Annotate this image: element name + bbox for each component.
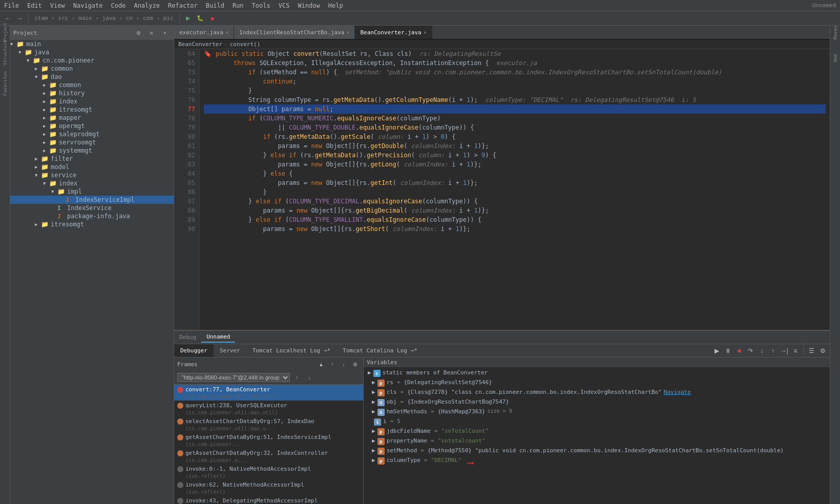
tree-item-itresomgt[interactable]: ▶📁itresomgt: [10, 106, 174, 114]
var-expand-3[interactable]: ▶: [372, 398, 375, 405]
menu-refactor[interactable]: Refactor: [164, 1, 202, 10]
breadcrumb-class[interactable]: BeanConverter: [178, 41, 222, 48]
debug-step-into[interactable]: ↓: [757, 346, 767, 356]
frame-item-2[interactable]: selectAssetChartDataByOrg:57, IndexDao (…: [174, 416, 363, 432]
debug-step-out[interactable]: ↑: [768, 346, 778, 356]
frame-item-3[interactable]: getAssetChartDataByOrg:51, IndexServiceI…: [174, 432, 363, 448]
tree-item-itresomgt[interactable]: ▶📁itresomgt: [10, 220, 174, 228]
frame-item-4[interactable]: getAssetChartDataByOrg:32, IndexControll…: [174, 448, 363, 464]
project-collapse[interactable]: ≡: [146, 27, 157, 38]
tree-item-dao[interactable]: ▼📁dao: [10, 73, 174, 81]
forward-button[interactable]: →: [14, 13, 26, 24]
tree-item-common[interactable]: ▶📁common: [10, 65, 174, 73]
debug-resume[interactable]: ▶: [711, 346, 722, 356]
tree-item-java[interactable]: ▼📁java: [10, 48, 174, 56]
tree-item-common[interactable]: ▶📁common: [10, 81, 174, 89]
var-expand-0[interactable]: ▶: [368, 369, 371, 376]
var-expand-1[interactable]: ▶: [372, 379, 375, 386]
menu-run[interactable]: Run: [228, 1, 248, 10]
menu-build[interactable]: Build: [202, 1, 228, 10]
debug-run-to-cursor[interactable]: →|: [779, 346, 789, 356]
tree-item-indexservice[interactable]: IIndexService: [10, 204, 174, 212]
menu-tools[interactable]: Tools: [248, 1, 275, 10]
menu-help[interactable]: Help: [324, 1, 347, 10]
maven-icon[interactable]: Maven: [831, 28, 840, 37]
frame-item-0[interactable]: convert:77, BeanConverter (cn.com.pionee…: [174, 385, 363, 401]
favorites-icon[interactable]: Favorites: [1, 79, 10, 88]
project-icon[interactable]: Project: [1, 28, 10, 37]
web-icon[interactable]: Web: [831, 53, 840, 62]
menu-window[interactable]: Window: [293, 1, 324, 10]
project-settings[interactable]: ⚙: [133, 27, 144, 38]
menu-edit[interactable]: Edit: [23, 1, 46, 10]
debug-step-over[interactable]: ↷: [745, 346, 755, 356]
tree-item-model[interactable]: ▶📁model: [10, 163, 174, 171]
tab-executor-close[interactable]: ×: [225, 30, 228, 35]
tree-item-service[interactable]: ▼📁service: [10, 171, 174, 179]
var-expand-8[interactable]: ▶: [372, 447, 375, 454]
project-close[interactable]: ×: [159, 27, 171, 38]
debug-settings[interactable]: ⚙: [817, 346, 828, 356]
debug-evaluate[interactable]: ≡: [790, 346, 801, 356]
code-content[interactable]: ● 🔖 public static Object convert(ResultS…: [200, 49, 830, 330]
frames-up[interactable]: ↑: [327, 359, 338, 369]
var-expand-7[interactable]: ▶: [372, 437, 375, 444]
stop-button[interactable]: ■: [207, 13, 218, 24]
tree-item-systemmgt[interactable]: ▶📁systemmgt: [10, 146, 174, 155]
frame-icon-1: [177, 403, 183, 409]
frame-item-6[interactable]: invoke:62, NativeMethodAccessorImpl (sun…: [174, 480, 363, 496]
run-button[interactable]: ▶: [182, 13, 194, 24]
tab-executor[interactable]: executor.java ×: [174, 26, 234, 39]
tree-item-servroomgt[interactable]: ▶📁servroomgt: [10, 138, 174, 146]
var-expand-6[interactable]: ▶: [372, 428, 375, 434]
tree-item-opermgt[interactable]: ▶📁opermgt: [10, 122, 174, 130]
thread-prev[interactable]: ↑: [292, 372, 302, 383]
tree-item-index[interactable]: ▶📁index: [10, 97, 174, 106]
menu-analyze[interactable]: Analyze: [130, 1, 164, 10]
debug-button[interactable]: 🐛: [195, 13, 206, 24]
var-expand-9[interactable]: ▶: [372, 457, 375, 464]
code-line-65: throws SQLException, IllegalAccessExcept…: [204, 58, 826, 68]
tree-item-package-info.java[interactable]: Jpackage-info.java: [10, 212, 174, 220]
thread-selector[interactable]: "http-nio-8080-exec-7"@2,448 in group ..…: [177, 373, 290, 382]
debug-frames-icon[interactable]: ☰: [806, 346, 816, 356]
tree-item-saleprodmgt[interactable]: ▶📁saleprodmgt: [10, 130, 174, 138]
menu-view[interactable]: View: [46, 1, 69, 10]
tab-debugger[interactable]: Debugger: [174, 344, 214, 357]
tree-item-history[interactable]: ▶📁history: [10, 89, 174, 97]
frames-down[interactable]: ↓: [339, 359, 349, 369]
tree-item-filter[interactable]: ▶📁filter: [10, 155, 174, 163]
tree-item-impl[interactable]: ▼📁impl: [10, 187, 174, 196]
frames-settings[interactable]: ⚙: [350, 359, 360, 369]
debug-session-tab[interactable]: Unnamed: [201, 332, 235, 343]
thread-next[interactable]: ↓: [304, 372, 314, 383]
tree-item-index[interactable]: ▼📁index: [10, 179, 174, 187]
frame-item-1[interactable]: queryList:238, UserSQLExecutor (cn.com.p…: [174, 401, 363, 416]
tab-indexclient[interactable]: IndexClientResoStatChartBo.java ×: [234, 26, 355, 39]
tab-indexclient-close[interactable]: ×: [346, 30, 349, 35]
structure-icon[interactable]: Structure: [1, 48, 10, 57]
var-expand-2[interactable]: ▶: [372, 389, 375, 395]
menu-vcs[interactable]: VCS: [275, 1, 294, 10]
debug-pause[interactable]: ⏸: [723, 346, 733, 356]
tree-item-main[interactable]: ▼📁main: [10, 40, 174, 48]
tree-item-indexserviceimpl[interactable]: JIndexServiceImpl: [10, 196, 174, 204]
tab-server[interactable]: Server: [214, 346, 246, 355]
tab-beanconverter[interactable]: BeanConverter.java ×: [355, 26, 432, 39]
var-navigate-2[interactable]: Navigate: [664, 389, 691, 395]
debug-stop[interactable]: ■: [734, 346, 744, 356]
menu-navigate[interactable]: Navigate: [69, 1, 107, 10]
breadcrumb-method[interactable]: convert(): [230, 41, 261, 48]
menu-code[interactable]: Code: [107, 1, 130, 10]
tree-item-cn.com.pioneer[interactable]: ▼📁cn.com.pioneer: [10, 56, 174, 65]
tab-tomcat-catalina[interactable]: Tomcat Catalina Log →*: [337, 346, 424, 355]
menu-file[interactable]: File: [0, 1, 23, 10]
frames-filter[interactable]: ▲: [316, 359, 326, 369]
tree-item-mapper[interactable]: ▶📁mapper: [10, 114, 174, 122]
tab-tomcat-localhost[interactable]: Tomcat Localhost Log →*: [246, 346, 337, 355]
tab-beanconverter-close[interactable]: ×: [424, 30, 427, 35]
frame-item-5[interactable]: invoke:0:-1, NativeMethodAccessorImpl (s…: [174, 464, 363, 480]
var-expand-4[interactable]: ▶: [372, 408, 375, 415]
frame-item-7[interactable]: invoke:43, DelegatingMethodAccessorImpl …: [174, 496, 363, 504]
code-line-84: } else {: [204, 169, 826, 178]
